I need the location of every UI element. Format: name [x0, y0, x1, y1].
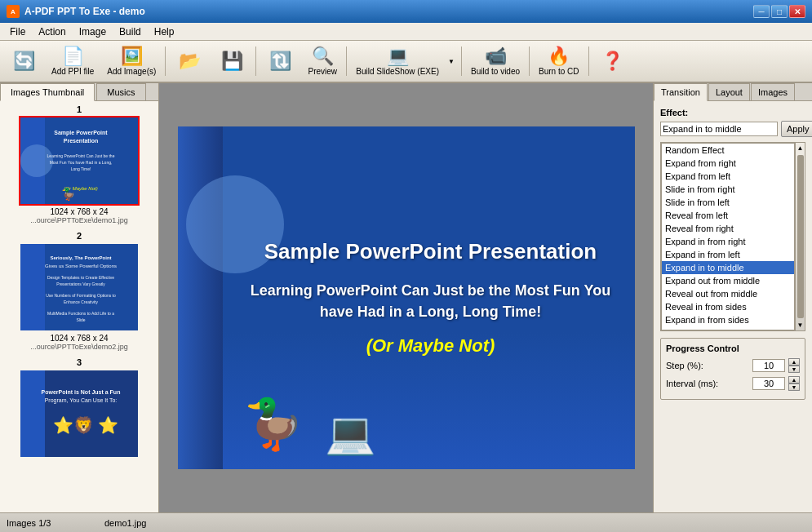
scroll-thumb [797, 155, 804, 318]
list-item[interactable]: 3 PowerPoint is Not Just a Fun Program, … [3, 357, 155, 459]
add-image-button[interactable]: 🖼️ Add Image(s) [101, 43, 162, 79]
tab-images[interactable]: Images [751, 83, 795, 100]
effect-listbox[interactable]: Random EffectExpand from rightExpand fro… [661, 143, 795, 330]
nav-back-button[interactable]: 🔄 [3, 43, 44, 79]
thumbnail-2-image: Seriously, The PowerPoint Gives us Some … [20, 243, 138, 331]
thumbnails-area[interactable]: 1 Sample PowerPoint Presentation Learnin… [0, 101, 158, 512]
tab-layout[interactable]: Layout [708, 83, 750, 100]
burn-cd-button[interactable]: 🔥 Burn to CD [533, 43, 584, 79]
toolbar: 🔄 📄 Add PPI file 🖼️ Add Image(s) 📂 💾 🔃 🔍… [0, 41, 812, 83]
add-ppi-label: Add PPI file [51, 67, 94, 76]
thumb-path-2: ...ource\PPTToExe\demo2.jpg [30, 343, 128, 351]
svg-text:🦁: 🦁 [73, 415, 94, 435]
svg-text:Gives us Some Powerful Options: Gives us Some Powerful Options [45, 264, 117, 268]
slide-canvas: Sample PowerPoint Presentation Learning … [178, 126, 635, 469]
scroll-down-button[interactable]: ▼ [797, 321, 804, 329]
add-ppi-icon: 📄 [62, 47, 84, 65]
list-item[interactable]: 2 Seriously, The PowerPoint Gives us Som… [3, 231, 155, 351]
list-item[interactable]: Expand in to middle [662, 261, 794, 274]
step-label: Step (%): [666, 361, 749, 370]
add-image-label: Add Image(s) [107, 67, 156, 76]
list-item[interactable]: Slide in from right [662, 183, 794, 196]
refresh-button[interactable]: 🔃 [260, 43, 300, 79]
left-tab-bar: Images Thumbnail Musics [0, 83, 158, 101]
step-input[interactable] [752, 359, 785, 372]
close-button[interactable]: ✕ [789, 5, 805, 18]
minimize-button[interactable]: ─ [753, 5, 770, 18]
build-slideshow-button[interactable]: 💻 Build SlideShow (EXE) [350, 43, 445, 79]
window-title: A-PDF PPT To Exe - demo [24, 6, 753, 17]
build-slideshow-label: Build SlideShow (EXE) [356, 67, 439, 76]
build-slideshow-dropdown[interactable]: ▼ [445, 43, 458, 79]
thumb-number-1: 1 [77, 104, 82, 114]
effect-select[interactable] [660, 122, 778, 136]
menu-help[interactable]: Help [148, 24, 181, 39]
slide-computer-icon: 💻 [325, 410, 375, 457]
thumbnail-2[interactable]: Seriously, The PowerPoint Gives us Some … [19, 242, 140, 332]
right-panel: Transition Layout Images Effect: Apply a… [653, 83, 812, 512]
open-folder-button[interactable]: 📂 [169, 43, 210, 79]
list-item[interactable]: Expand from right [662, 157, 794, 170]
apply-all-button[interactable]: Apply all [781, 121, 812, 137]
tab-musics[interactable]: Musics [96, 83, 145, 100]
folder-icon: 📂 [179, 52, 201, 70]
list-item[interactable]: Random Effect [662, 144, 794, 157]
build-video-label: Build to video [471, 67, 520, 76]
interval-input[interactable] [752, 377, 785, 390]
window-controls: ─ □ ✕ [753, 5, 805, 18]
app-icon: A [7, 5, 20, 18]
slide-area: Sample PowerPoint Presentation Learning … [159, 83, 653, 512]
slideshow-icon: 💻 [387, 47, 409, 65]
maximize-button[interactable]: □ [771, 5, 788, 18]
thumbnail-1[interactable]: Sample PowerPoint Presentation Learning … [19, 116, 140, 206]
back-icon: 🔄 [13, 52, 35, 70]
video-icon: 📹 [485, 47, 507, 65]
preview-icon: 🔍 [312, 47, 334, 65]
interval-down-button[interactable]: ▼ [788, 383, 800, 391]
tab-images-thumbnail[interactable]: Images Thumbnail [0, 83, 95, 101]
list-item[interactable]: Expand out from middle [662, 274, 794, 287]
menu-file[interactable]: File [3, 24, 32, 39]
svg-rect-11 [20, 243, 45, 331]
add-ppi-button[interactable]: 📄 Add PPI file [46, 43, 100, 79]
menu-image[interactable]: Image [73, 24, 113, 39]
thumbnail-3[interactable]: PowerPoint is Not Just a Fun Program, Yo… [19, 369, 140, 459]
list-item[interactable]: Expand in from right [662, 235, 794, 248]
effect-label: Effect: [660, 108, 805, 117]
list-item[interactable]: Reveal out from middle [662, 287, 794, 300]
listbox-scrollbar[interactable]: ▲ ▼ [795, 143, 805, 330]
menu-build[interactable]: Build [113, 24, 148, 39]
menu-action[interactable]: Action [32, 24, 72, 39]
add-image-icon: 🖼️ [121, 47, 143, 65]
list-item[interactable]: Reveal in from sides [662, 300, 794, 313]
interval-label: Interval (ms): [666, 379, 749, 388]
tab-transition[interactable]: Transition [654, 83, 708, 101]
slide-duck-icon: 🦆 [243, 395, 304, 453]
step-spinner: ▲ ▼ [788, 358, 800, 373]
help-button[interactable]: ❓ [592, 43, 633, 79]
svg-text:⭐: ⭐ [98, 415, 118, 435]
step-down-button[interactable]: ▼ [788, 366, 800, 373]
svg-text:Seriously, The PowerPoint: Seriously, The PowerPoint [50, 255, 111, 260]
list-item[interactable]: Slide in from left [662, 196, 794, 209]
list-item[interactable]: Expand in from sides [662, 313, 794, 326]
slide-body: Learning PowerPoint Can Just be the Most… [243, 281, 619, 321]
list-item[interactable]: Expand from left [662, 170, 794, 183]
list-item[interactable]: Unroll from left [662, 326, 794, 330]
build-video-button[interactable]: 📹 Build to video [465, 43, 526, 79]
list-item[interactable]: Reveal from left [662, 209, 794, 222]
step-up-button[interactable]: ▲ [788, 358, 800, 366]
list-item[interactable]: Reveal from right [662, 222, 794, 235]
interval-row: Interval (ms): ▲ ▼ [666, 376, 800, 391]
save-button[interactable]: 💾 [211, 43, 252, 79]
svg-text:Enhance Creativity: Enhance Creativity [64, 299, 98, 304]
list-item[interactable]: 1 Sample PowerPoint Presentation Learnin… [3, 104, 155, 224]
scroll-up-button[interactable]: ▲ [797, 144, 804, 152]
interval-up-button[interactable]: ▲ [788, 376, 800, 383]
svg-text:Long Time!: Long Time! [71, 166, 91, 171]
list-item[interactable]: Expand in from left [662, 248, 794, 261]
svg-text:Presentation: Presentation [64, 138, 98, 144]
preview-button[interactable]: 🔍 Preview [302, 43, 343, 79]
thumbnail-3-image: PowerPoint is Not Just a Fun Program, Yo… [20, 370, 138, 458]
svg-text:Design Templates to Create Eff: Design Templates to Create Effective [47, 275, 114, 280]
